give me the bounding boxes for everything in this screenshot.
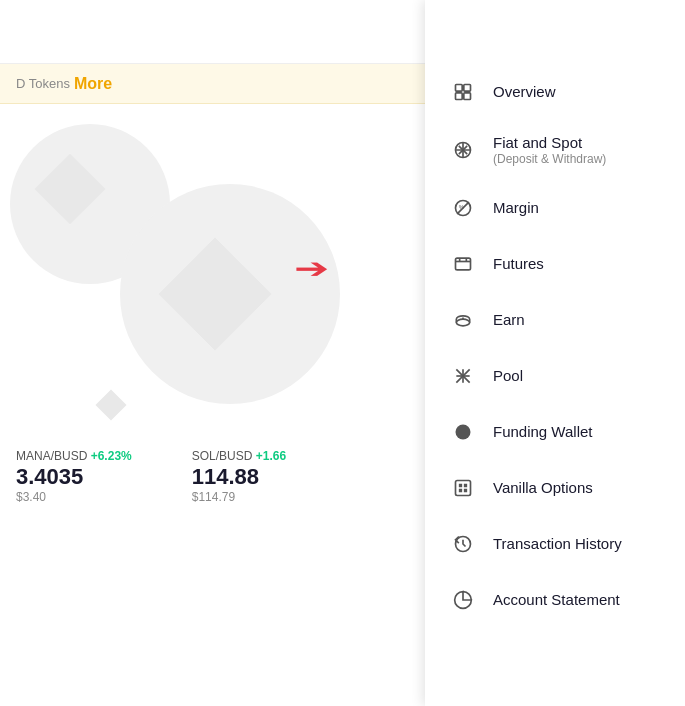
menu-item-overview[interactable]: Overview [425,64,685,120]
earn-label: Earn [493,311,525,329]
bar-text: D Tokens [16,76,70,91]
earn-icon [449,306,477,334]
sol-pair: SOL/BUSD [192,449,256,463]
sol-price: 114.88 [192,464,286,490]
transaction-history-label: Transaction History [493,535,622,553]
margin-label: Margin [493,199,539,217]
svg-rect-16 [456,481,471,496]
menu-item-transaction-history[interactable]: Transaction History [425,516,685,572]
ticker-row: MANA/BUSD +6.23% 3.4035 $3.40 SOL/BUSD +… [16,446,286,504]
menu-item-account-statement[interactable]: Account Statement [425,572,685,628]
svg-point-15 [456,425,471,440]
margin-icon: % [449,194,477,222]
vanilla-options-icon [449,474,477,502]
account-statement-label: Account Statement [493,591,620,609]
pool-icon [449,362,477,390]
diamond-decoration-3 [95,389,126,420]
svg-rect-3 [464,93,471,100]
funding-wallet-icon [449,418,477,446]
menu-item-fiat-and-spot[interactable]: Fiat and Spot(Deposit & Withdraw) [425,120,685,180]
mana-usd: $3.40 [16,490,132,504]
menu-item-futures[interactable]: Futures [425,236,685,292]
vanilla-options-label: Vanilla Options [493,479,593,497]
mana-pair: MANA/BUSD [16,449,91,463]
transaction-history-icon [449,530,477,558]
svg-rect-8 [456,258,471,270]
svg-rect-0 [456,85,463,92]
account-statement-icon [449,586,477,614]
overview-icon [449,78,477,106]
svg-point-9 [456,319,469,326]
menu-item-margin[interactable]: %Margin [425,180,685,236]
fiat-and-spot-label: Fiat and Spot [493,134,606,152]
wallet-dropdown: OverviewFiat and Spot(Deposit & Withdraw… [425,0,685,706]
overview-label: Overview [493,83,556,101]
red-arrow-icon: ➔ [294,252,329,285]
menu-item-pool[interactable]: Pool [425,348,685,404]
pool-label: Pool [493,367,523,385]
svg-rect-2 [456,93,463,100]
sol-usd: $114.79 [192,490,286,504]
menu-item-vanilla-options[interactable]: Vanilla Options [425,460,685,516]
futures-icon [449,250,477,278]
funding-wallet-label: Funding Wallet [493,423,593,441]
svg-text:%: % [459,204,464,210]
sol-change: +1.66 [256,449,286,463]
menu-item-funding-wallet[interactable]: Funding Wallet [425,404,685,460]
fiat-and-spot-icon [449,136,477,164]
futures-label: Futures [493,255,544,273]
mana-price: 3.4035 [16,464,132,490]
ticker-item-sol: SOL/BUSD +1.66 114.88 $114.79 [192,446,286,504]
fiat-and-spot-sublabel: (Deposit & Withdraw) [493,152,606,166]
menu-item-earn[interactable]: Earn [425,292,685,348]
mana-change: +6.23% [91,449,132,463]
ticker-item-mana: MANA/BUSD +6.23% 3.4035 $3.40 [16,446,132,504]
svg-rect-1 [464,85,471,92]
bar-link[interactable]: More [74,75,112,93]
